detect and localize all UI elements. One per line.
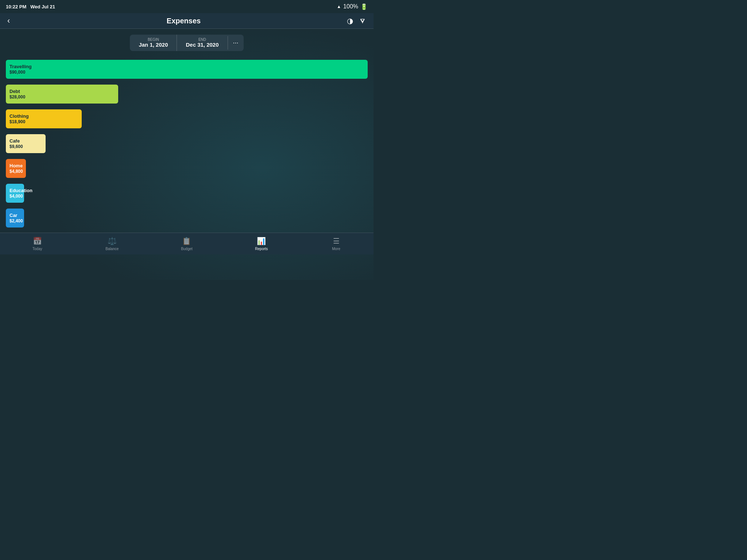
reports-tab-label: Reports (255, 247, 268, 251)
expense-bar[interactable]: Home$4,800 (6, 159, 26, 178)
expense-bar[interactable]: Education$4,000 (6, 184, 24, 203)
expense-item[interactable]: Clothing$18,900 (6, 109, 368, 128)
battery-icon: 🔋 (360, 3, 368, 10)
balance-tab-icon: ⚖️ (108, 237, 117, 245)
date-range-container: Begin Jan 1, 2020 End Dec 31, 2020 ··· (0, 29, 374, 57)
expense-name: Education (9, 188, 20, 194)
expense-amount: $18,900 (9, 119, 78, 124)
expense-amount: $90,000 (9, 70, 364, 75)
expense-name: Clothing (9, 113, 78, 119)
expense-amount: $4,000 (9, 194, 20, 199)
expense-name: Cafe (9, 138, 42, 144)
expense-amount: $9,600 (9, 144, 42, 149)
expense-item[interactable]: Travelling$90,000 (6, 60, 368, 79)
more-tab-label: More (332, 247, 340, 251)
reports-tab-icon: 📊 (257, 237, 266, 245)
end-date: Dec 31, 2020 (186, 42, 218, 48)
wifi-icon: ▲ (337, 4, 341, 9)
expense-amount: $4,800 (9, 169, 22, 174)
tab-today[interactable]: 📅Today (0, 234, 75, 254)
begin-date: Jan 1, 2020 (139, 42, 168, 48)
tab-more[interactable]: ☰More (299, 234, 374, 254)
tab-bar: 📅Today⚖️Balance📋Budget📊Reports☰More (0, 233, 374, 254)
expense-name: Debt (9, 89, 115, 94)
expense-name: Travelling (9, 64, 364, 70)
tab-budget[interactable]: 📋Budget (150, 234, 224, 254)
expense-name: Car (9, 213, 20, 218)
page-title: Expenses (20, 17, 347, 25)
expense-bar[interactable]: Cafe$9,600 (6, 134, 46, 153)
date-range-picker[interactable]: Begin Jan 1, 2020 End Dec 31, 2020 ··· (130, 35, 243, 51)
today-tab-icon: 📅 (33, 237, 42, 245)
expense-item[interactable]: Debt$28,000 (6, 85, 368, 104)
tab-reports[interactable]: 📊Reports (224, 234, 299, 254)
status-right: ▲ 100% 🔋 (337, 3, 368, 10)
expense-item[interactable]: Car$2,400 (6, 209, 368, 228)
expense-item[interactable]: Home$4,800 (6, 159, 368, 178)
date-more-button[interactable]: ··· (228, 36, 244, 50)
expense-name: Home (9, 163, 22, 169)
header: ‹ Expenses ◑ ⛛ (0, 13, 374, 29)
expense-amount: $28,000 (9, 94, 115, 100)
expense-item[interactable]: Education$4,000 (6, 184, 368, 203)
expenses-list: Travelling$90,000Debt$28,000Clothing$18,… (0, 57, 374, 254)
date-display: Wed Jul 21 (30, 4, 55, 9)
back-button[interactable]: ‹ (7, 16, 20, 26)
more-tab-icon: ☰ (333, 237, 340, 245)
begin-date-segment[interactable]: Begin Jan 1, 2020 (130, 35, 177, 51)
header-actions: ◑ ⛛ (347, 16, 366, 25)
expense-bar[interactable]: Debt$28,000 (6, 85, 118, 104)
expense-bar[interactable]: Clothing$18,900 (6, 109, 82, 128)
today-tab-label: Today (32, 247, 42, 251)
expense-amount: $2,400 (9, 218, 20, 223)
expense-item[interactable]: Cafe$9,600 (6, 134, 368, 153)
expense-bar[interactable]: Travelling$90,000 (6, 60, 368, 79)
pie-chart-icon[interactable]: ◑ (347, 16, 353, 25)
end-date-segment[interactable]: End Dec 31, 2020 (177, 35, 227, 51)
begin-label: Begin (139, 38, 168, 42)
tab-balance[interactable]: ⚖️Balance (75, 234, 150, 254)
end-label: End (186, 38, 218, 42)
time-display: 10:22 PM (6, 4, 26, 9)
budget-tab-icon: 📋 (182, 237, 191, 245)
status-bar: 10:22 PM Wed Jul 21 ▲ 100% 🔋 (0, 0, 374, 13)
balance-tab-label: Balance (105, 247, 119, 251)
budget-tab-label: Budget (181, 247, 193, 251)
expense-bar[interactable]: Car$2,400 (6, 209, 24, 228)
filter-icon[interactable]: ⛛ (359, 17, 366, 25)
status-time: 10:22 PM Wed Jul 21 (6, 4, 55, 9)
battery-level: 100% (343, 3, 358, 10)
